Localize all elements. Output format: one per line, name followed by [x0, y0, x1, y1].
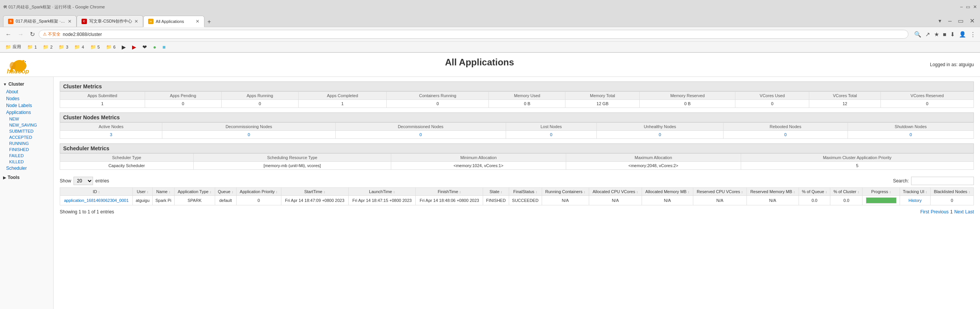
- browser-tab-hadoop[interactable]: H All Applications ✕: [143, 16, 204, 27]
- search-label: Search:: [893, 178, 909, 184]
- tab-list-button[interactable]: ▼: [935, 18, 944, 24]
- cell-tracking-ui[interactable]: History: [900, 196, 930, 205]
- th-alloc-cpu[interactable]: Allocated CPU VCores ↕: [589, 188, 642, 196]
- val-decommissioned-nodes[interactable]: 0: [335, 131, 506, 139]
- cell-blacklisted: 0: [930, 196, 973, 205]
- th-user-label: User: [137, 189, 145, 194]
- share-button[interactable]: ↗: [924, 30, 931, 39]
- close-button[interactable]: ✕: [967, 16, 977, 25]
- cluster-section-header[interactable]: ▼ Cluster: [0, 80, 53, 88]
- val-apps-running: 0: [221, 100, 299, 108]
- th-start-time[interactable]: StartTime ↕: [281, 188, 348, 196]
- bookmark-youtube[interactable]: ▶: [130, 43, 139, 51]
- th-launch-time[interactable]: LaunchTime ↕: [348, 188, 416, 196]
- address-bar[interactable]: ⚠ 不安全 node2:8088/cluster: [39, 30, 908, 39]
- val-active-nodes[interactable]: 3: [60, 131, 162, 139]
- th-finish-time-label: FinishTime: [438, 189, 458, 194]
- bookmark-button[interactable]: ★: [933, 30, 940, 39]
- search-button[interactable]: 🔍: [913, 30, 923, 39]
- tab-close-hadoop[interactable]: ✕: [196, 19, 199, 24]
- th-progress[interactable]: Progress ↕: [862, 188, 900, 196]
- bookmark-2[interactable]: 📁 2: [41, 44, 55, 50]
- sidebar-app-accepted[interactable]: ACCEPTED: [0, 134, 53, 140]
- th-priority[interactable]: Application Priority ↕: [236, 188, 281, 196]
- bookmark-extra1[interactable]: ❤: [140, 43, 149, 51]
- th-alloc-mem-sort: ↕: [688, 190, 689, 194]
- browser-tab-spark[interactable]: S 017.尚硅谷_Spark框架 · 运行环... ✕: [3, 15, 77, 27]
- sidebar-nodes[interactable]: Nodes: [0, 95, 53, 102]
- sidebar-app-failed[interactable]: FAILED: [0, 153, 53, 159]
- new-tab-button[interactable]: +: [204, 17, 214, 27]
- th-app-type[interactable]: Application Type ↕: [174, 188, 215, 196]
- sidebar-node-labels[interactable]: Node Labels: [0, 102, 53, 109]
- th-name[interactable]: Name ↕: [152, 188, 174, 196]
- val-shutdown-nodes[interactable]: 0: [848, 131, 973, 139]
- th-pct-cluster-sort: ↕: [858, 190, 859, 194]
- val-apps-submitted: 1: [60, 100, 145, 108]
- sidebar-app-new[interactable]: NEW: [0, 116, 53, 122]
- sidebar-app-killed[interactable]: KILLED: [0, 159, 53, 165]
- cell-name: Spark Pi: [152, 196, 174, 205]
- th-final-status-sort: ↕: [536, 190, 537, 194]
- show-label: Show: [60, 178, 71, 184]
- sidebar-scheduler[interactable]: Scheduler: [0, 165, 53, 172]
- th-tracking-ui[interactable]: Tracking UI ↕: [900, 188, 930, 196]
- pagination-previous[interactable]: Previous: [931, 209, 949, 215]
- pagination-next[interactable]: Next: [954, 209, 964, 215]
- sidebar-applications[interactable]: Applications: [0, 109, 53, 116]
- entries-select[interactable]: 20 50 100: [74, 177, 93, 185]
- bookmark-extra3[interactable]: ■: [160, 43, 168, 51]
- more-button[interactable]: ⋮: [969, 30, 977, 39]
- col-decommissioned-nodes: Decommissioned Nodes: [335, 123, 506, 131]
- browser-tab-csdn[interactable]: C 写文章-CSDN创作中心 ✕: [77, 15, 143, 27]
- col-apps-submitted: Apps Submitted: [60, 92, 145, 100]
- val-unhealthy-nodes[interactable]: 0: [596, 131, 723, 139]
- restore-button[interactable]: ▭: [956, 16, 966, 25]
- val-rebooted-nodes[interactable]: 0: [723, 131, 848, 139]
- bookmark-4[interactable]: 📁 4: [72, 44, 86, 50]
- th-user[interactable]: User ↕: [133, 188, 152, 196]
- minimize-button[interactable]: –: [946, 17, 954, 25]
- col-apps-completed: Apps Completed: [299, 92, 387, 100]
- pagination-current: 1: [950, 209, 953, 215]
- bookmark-steam[interactable]: ▶: [119, 43, 128, 51]
- bookmark-3[interactable]: 📁 3: [56, 44, 70, 50]
- bookmark-6[interactable]: 📁 6: [104, 44, 118, 50]
- tab-close-spark[interactable]: ✕: [68, 19, 72, 24]
- sidebar-app-new-saving[interactable]: NEW_SAVING: [0, 122, 53, 128]
- tab-close-csdn[interactable]: ✕: [134, 19, 138, 24]
- th-pct-queue[interactable]: % of Queue ↕: [799, 188, 830, 196]
- bookmark-apps[interactable]: 📁 应用: [3, 43, 23, 50]
- th-reserved-cpu[interactable]: Reserved CPU VCores ↕: [693, 188, 746, 196]
- sidebar-app-submitted[interactable]: SUBMITTED: [0, 128, 53, 134]
- sidebar-app-running[interactable]: RUNNING: [0, 140, 53, 146]
- back-button[interactable]: ←: [3, 30, 14, 39]
- th-blacklisted-nodes[interactable]: Blacklisted Nodes ↕: [930, 188, 973, 196]
- th-alloc-mem[interactable]: Allocated Memory MB ↕: [642, 188, 693, 196]
- val-lost-nodes[interactable]: 0: [506, 131, 596, 139]
- pagination-last[interactable]: Last: [965, 209, 974, 215]
- forward-button[interactable]: →: [15, 30, 26, 39]
- search-input[interactable]: [911, 177, 974, 185]
- val-decommissioning-nodes[interactable]: 0: [162, 131, 336, 139]
- th-id[interactable]: ID ↕: [60, 188, 133, 196]
- th-state[interactable]: State ↕: [483, 188, 509, 196]
- downloads-button[interactable]: ⬇: [949, 30, 956, 39]
- cell-id[interactable]: application_1681469062304_0001: [60, 196, 133, 205]
- pagination-first[interactable]: First: [920, 209, 929, 215]
- th-running-containers[interactable]: Running Containers ↕: [542, 188, 589, 196]
- reload-button[interactable]: ↻: [28, 30, 37, 39]
- bookmark-5[interactable]: 📁 5: [88, 44, 102, 50]
- bookmark-extra2[interactable]: ●: [151, 43, 158, 51]
- tools-section-header[interactable]: ▶ Tools: [0, 173, 53, 182]
- th-pct-cluster[interactable]: % of Cluster ↕: [830, 188, 862, 196]
- extensions-button[interactable]: ■: [942, 30, 947, 39]
- profiles-button[interactable]: 👤: [958, 30, 967, 39]
- th-final-status[interactable]: FinalStatus ↕: [509, 188, 542, 196]
- th-queue[interactable]: Queue ↕: [215, 188, 236, 196]
- sidebar-app-finished[interactable]: FINISHED: [0, 146, 53, 153]
- sidebar-about[interactable]: About: [0, 88, 53, 95]
- th-finish-time[interactable]: FinishTime ↕: [416, 188, 483, 196]
- th-reserved-mem[interactable]: Reserved Memory MB ↕: [746, 188, 799, 196]
- bookmark-1[interactable]: 📁 1: [25, 44, 39, 50]
